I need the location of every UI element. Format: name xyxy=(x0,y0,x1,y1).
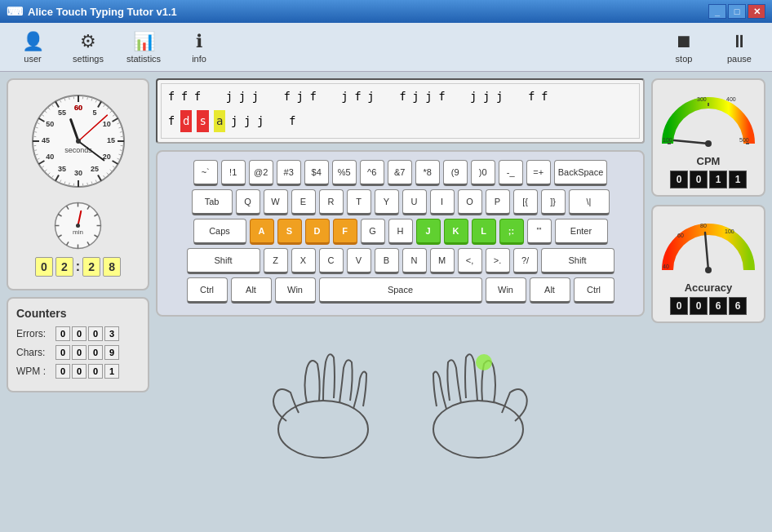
errors-d3: 3 xyxy=(104,326,119,341)
key-9[interactable]: (9 xyxy=(443,160,468,186)
key-win-right[interactable]: Win xyxy=(486,277,526,304)
svg-point-0 xyxy=(278,401,368,458)
key-0[interactable]: )0 xyxy=(471,160,495,186)
key-comma[interactable]: <, xyxy=(458,248,482,274)
minimize-button[interactable]: _ xyxy=(708,4,726,19)
wpm-d2: 0 xyxy=(88,364,103,379)
errors-row: Errors: 0 0 0 3 xyxy=(16,326,140,341)
user-icon: 👤 xyxy=(22,31,44,52)
key-r[interactable]: R xyxy=(319,189,344,215)
key-caps[interactable]: Caps xyxy=(193,219,246,245)
right-panel: 100 300 400 500 CPM 0 0 1 1 xyxy=(651,78,765,525)
wpm-digits: 0 0 0 1 xyxy=(55,364,119,379)
key-slash[interactable]: ?/ xyxy=(513,248,538,274)
key-e[interactable]: E xyxy=(291,189,316,215)
key-a[interactable]: A xyxy=(250,219,274,245)
counters-panel: Counters Errors: 0 0 0 3 Chars: 0 0 0 9 xyxy=(7,297,149,392)
acc-d0: 0 xyxy=(670,297,688,315)
key-backslash[interactable]: \| xyxy=(569,189,610,215)
key-ctrl-left[interactable]: Ctrl xyxy=(187,277,228,304)
char: j xyxy=(482,86,490,107)
key-6[interactable]: ^6 xyxy=(360,160,384,186)
key-o[interactable]: O xyxy=(458,189,482,215)
key-v[interactable]: V xyxy=(347,248,371,274)
key-2[interactable]: @2 xyxy=(249,160,273,186)
key-period[interactable]: >. xyxy=(486,248,510,274)
key-l[interactable]: L xyxy=(472,219,496,245)
close-button[interactable]: ✕ xyxy=(748,4,765,19)
key-t[interactable]: T xyxy=(347,189,371,215)
key-c[interactable]: C xyxy=(319,248,344,274)
key-7[interactable]: &7 xyxy=(388,160,412,186)
chars-row: Chars: 0 0 0 9 xyxy=(16,345,140,360)
key-space[interactable]: Space xyxy=(319,277,482,304)
key-3[interactable]: #3 xyxy=(277,160,301,186)
key-d[interactable]: D xyxy=(305,219,330,245)
key-b[interactable]: B xyxy=(375,248,399,274)
chars-d1: 0 xyxy=(72,345,87,360)
key-j[interactable]: J xyxy=(416,219,441,245)
key-q[interactable]: Q xyxy=(236,189,260,215)
title-bar: ⌨ Alice Touch Typing Tutor v1.1 _ □ ✕ xyxy=(0,0,772,23)
char: f xyxy=(437,86,446,107)
key-w[interactable]: W xyxy=(264,189,288,215)
user-button[interactable]: 👤 user xyxy=(8,26,57,69)
key-f[interactable]: F xyxy=(333,219,357,245)
key-lbracket[interactable]: [{ xyxy=(513,189,538,215)
statistics-button[interactable]: 📊 statistics xyxy=(119,26,168,69)
text-display: f f f j j j f j f j f j f j j f xyxy=(156,78,645,144)
pause-icon: ⏸ xyxy=(730,31,748,52)
acc-d2: 6 xyxy=(709,297,727,315)
key-backspace[interactable]: BackSpace xyxy=(554,160,608,186)
svg-point-2 xyxy=(476,354,492,370)
cpm-d3: 1 xyxy=(729,171,747,188)
cpm-d0: 0 xyxy=(670,171,688,188)
key-1[interactable]: !1 xyxy=(221,160,246,186)
gear-icon: ⚙ xyxy=(80,31,96,52)
maximize-button[interactable]: □ xyxy=(728,4,746,19)
key-n[interactable]: N xyxy=(402,248,427,274)
key-h[interactable]: H xyxy=(388,219,413,245)
key-i[interactable]: I xyxy=(430,189,455,215)
key-p[interactable]: P xyxy=(486,189,510,215)
chars-d3: 9 xyxy=(104,345,119,360)
key-enter[interactable]: Enter xyxy=(555,219,608,245)
key-k[interactable]: K xyxy=(444,219,468,245)
key-5[interactable]: %5 xyxy=(332,160,357,186)
key-alt-left[interactable]: Alt xyxy=(231,277,272,304)
key-x[interactable]: X xyxy=(291,248,316,274)
key-quote[interactable]: '" xyxy=(527,219,552,245)
key-shift-right[interactable]: Shift xyxy=(541,248,614,274)
key-win-left[interactable]: Win xyxy=(275,277,316,304)
info-button[interactable]: ℹ info xyxy=(175,26,224,69)
key-ctrl-right[interactable]: Ctrl xyxy=(574,277,614,304)
key-z[interactable]: Z xyxy=(264,248,288,274)
key-row-zxcv: Shift Z X C V B N M <, >. ?/ Shift xyxy=(166,248,635,274)
key-equals[interactable]: =+ xyxy=(526,160,551,186)
key-g[interactable]: G xyxy=(361,219,385,245)
key-8[interactable]: *8 xyxy=(415,160,440,186)
settings-button[interactable]: ⚙ settings xyxy=(64,26,113,69)
accuracy-digits: 0 0 6 6 xyxy=(670,297,747,315)
key-rbracket[interactable]: ]} xyxy=(541,189,566,215)
stop-button[interactable]: ⏹ stop xyxy=(659,26,708,69)
key-semicolon[interactable]: ;: xyxy=(499,219,524,245)
key-shift-left[interactable]: Shift xyxy=(187,248,260,274)
accuracy-gauge-svg: 40 60 80 100 xyxy=(659,213,757,278)
svg-line-16 xyxy=(705,233,708,270)
pause-button[interactable]: ⏸ pause xyxy=(715,26,764,69)
key-s[interactable]: S xyxy=(277,219,302,245)
key-y[interactable]: Y xyxy=(375,189,399,215)
key-u[interactable]: U xyxy=(402,189,427,215)
timer-digit-1: 2 xyxy=(55,257,73,277)
key-alt-right[interactable]: Alt xyxy=(530,277,570,304)
key-tab[interactable]: Tab xyxy=(192,189,233,215)
char-highlighted-red: s xyxy=(197,110,208,132)
char: j xyxy=(225,86,233,107)
key-minus[interactable]: -_ xyxy=(499,160,523,186)
key-4[interactable]: $4 xyxy=(304,160,329,186)
svg-text:40: 40 xyxy=(663,264,669,269)
key-tilde[interactable]: ~` xyxy=(193,160,218,186)
key-m[interactable]: M xyxy=(430,248,455,274)
info-label: info xyxy=(192,54,206,64)
